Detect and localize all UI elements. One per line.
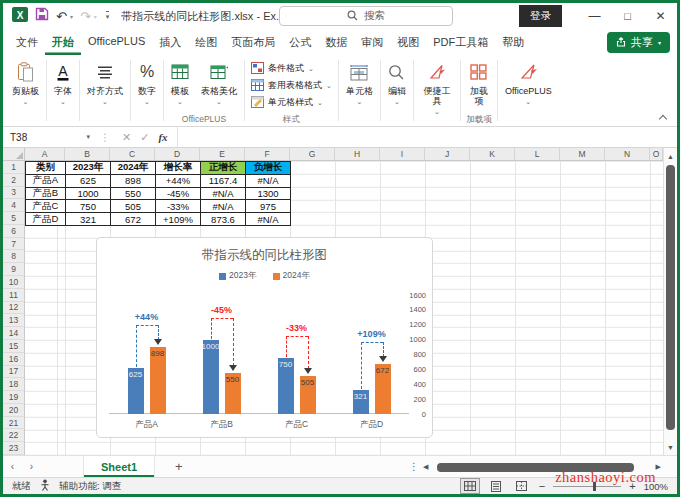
insert-function-icon[interactable]: fx [158,131,167,143]
table-cell[interactable]: 产品C [26,200,66,213]
row-header-18[interactable]: 18 [3,378,24,391]
col-header-F[interactable]: F [245,148,290,160]
table-cell[interactable]: 产品B [26,188,66,201]
sheet-next-icon[interactable]: › [22,461,41,472]
page-layout-view-icon[interactable] [487,479,505,493]
table-cell[interactable]: +44% [156,175,201,188]
row-header-11[interactable]: 11 [3,289,24,302]
font-button[interactable]: A 字体 ⌄ [48,55,78,105]
table-beautify-button[interactable]: ✦ 表格美化 ⌄ [195,55,243,105]
bar-2023[interactable]: 750 [278,358,294,414]
row-header-5[interactable]: 5 [3,212,24,225]
vertical-scrollbar[interactable]: ▲ ▼ [663,148,677,455]
table-cell[interactable]: -33% [156,200,201,213]
col-header-G[interactable]: G [290,148,335,160]
row-header-20[interactable]: 20 [3,404,24,417]
tab-数据[interactable]: 数据 [318,29,354,55]
col-header-B[interactable]: B [65,148,110,160]
tab-审阅[interactable]: 审阅 [354,29,390,55]
row-header-9[interactable]: 9 [3,263,24,276]
tab-文件[interactable]: 文件 [9,29,45,55]
select-all-corner[interactable] [3,148,25,160]
handy-tools-button[interactable]: 便捷工具 ⌄ [415,55,459,115]
tab-插入[interactable]: 插入 [152,29,188,55]
bar-2023[interactable]: 1000 [203,340,219,414]
row-header-21[interactable]: 21 [3,417,24,430]
row-header-2[interactable]: 2 [3,174,24,187]
bar-2023[interactable]: 321 [353,390,369,414]
redo-icon[interactable]: ↷ [80,9,91,24]
row-header-15[interactable]: 15 [3,340,24,353]
name-box[interactable]: T38 ▾ [3,127,97,147]
col-header-E[interactable]: E [200,148,245,160]
undo-dropdown-icon[interactable]: ▾ [70,13,73,20]
cells-button[interactable]: 单元格 ⌄ [340,55,379,105]
row-header-10[interactable]: 10 [3,276,24,289]
tab-页面布局[interactable]: 页面布局 [224,29,282,55]
col-header-N[interactable]: N [605,148,650,160]
row-header-16[interactable]: 16 [3,353,24,366]
row-header-3[interactable]: 3 [3,187,24,200]
clipboard-button[interactable]: 剪贴板 ⌄ [6,55,45,105]
row-header-17[interactable]: 17 [3,366,24,379]
format-as-table-button[interactable]: 套用表格格式 ⌄ [246,77,337,94]
conditional-format-button[interactable]: 条件格式 ⌄ [246,60,337,77]
sheetbar-splitter[interactable]: ⋮ [409,461,419,472]
table-cell[interactable]: 625 [66,175,111,188]
row-header-13[interactable]: 13 [3,314,24,327]
table-cell[interactable]: 975 [246,200,291,213]
row-header-23[interactable]: 23 [3,442,24,455]
table-cell[interactable]: 873.6 [201,213,246,226]
cells-region[interactable]: 类别2023年2024年增长率正增长负增长产品A625898+44%1167.4… [25,161,663,455]
addins-button[interactable]: 加载项 [462,55,496,106]
sheet-tab-sheet1[interactable]: Sheet1 [83,456,155,477]
template-button[interactable]: 模板 ⌄ [165,55,195,105]
row-header-22[interactable]: 22 [3,429,24,442]
table-cell[interactable]: 1000 [66,188,111,201]
table-cell[interactable]: 505 [111,200,156,213]
table-cell[interactable]: #N/A [246,213,291,226]
zoom-out-button[interactable]: − [539,480,545,492]
tab-PDF工具箱[interactable]: PDF工具箱 [426,29,495,55]
save-icon[interactable] [35,7,49,25]
cancel-icon[interactable]: ✕ [122,131,131,144]
scroll-left-icon[interactable]: ◀ [423,463,434,471]
formula-bar-handle[interactable]: ⋮ [97,132,113,143]
bar-2024[interactable]: 898 [150,347,166,414]
col-header-O[interactable]: O [650,148,663,160]
editing-button[interactable]: 编辑 ⌄ [382,55,412,105]
row-header-4[interactable]: 4 [3,199,24,212]
col-header-I[interactable]: I [380,148,425,160]
table-cell[interactable]: 750 [66,200,111,213]
login-button[interactable]: 登录 [519,5,562,27]
col-header-H[interactable]: H [335,148,380,160]
enter-icon[interactable]: ✓ [140,131,149,144]
maximize-button[interactable]: □ [611,3,644,29]
tab-视图[interactable]: 视图 [390,29,426,55]
bar-2024[interactable]: 550 [225,373,241,414]
col-header-L[interactable]: L [515,148,560,160]
table-cell[interactable]: #N/A [246,175,291,188]
col-header-K[interactable]: K [470,148,515,160]
customize-qat-icon[interactable]: ▾ [106,11,110,21]
bar-2024[interactable]: 505 [300,376,316,414]
table-cell[interactable]: 550 [111,188,156,201]
close-button[interactable]: ✕ [644,3,677,29]
tab-开始[interactable]: 开始 [45,29,81,55]
formula-input[interactable] [177,127,677,147]
officeplus-button[interactable]: OfficePLUS ⌄ [499,55,558,105]
row-header-19[interactable]: 19 [3,391,24,404]
chart[interactable]: 带指示线的同比柱形图 2023年2024年 625898+44%1000550-… [96,237,433,438]
header-cell[interactable]: 正增长 [201,162,246,175]
header-cell[interactable]: 2023年 [66,162,111,175]
table-cell[interactable]: +109% [156,213,201,226]
table-cell[interactable]: 产品D [26,213,66,226]
table-cell[interactable]: 1167.4 [201,175,246,188]
col-header-A[interactable]: A [25,148,65,160]
row-header-6[interactable]: 6 [3,225,24,238]
share-button[interactable]: 共享 ▾ [607,32,670,53]
undo-icon[interactable]: ↶ [56,9,67,24]
col-header-D[interactable]: D [155,148,200,160]
tab-OfficePLUS[interactable]: OfficePLUS [81,29,152,55]
tab-公式[interactable]: 公式 [282,29,318,55]
